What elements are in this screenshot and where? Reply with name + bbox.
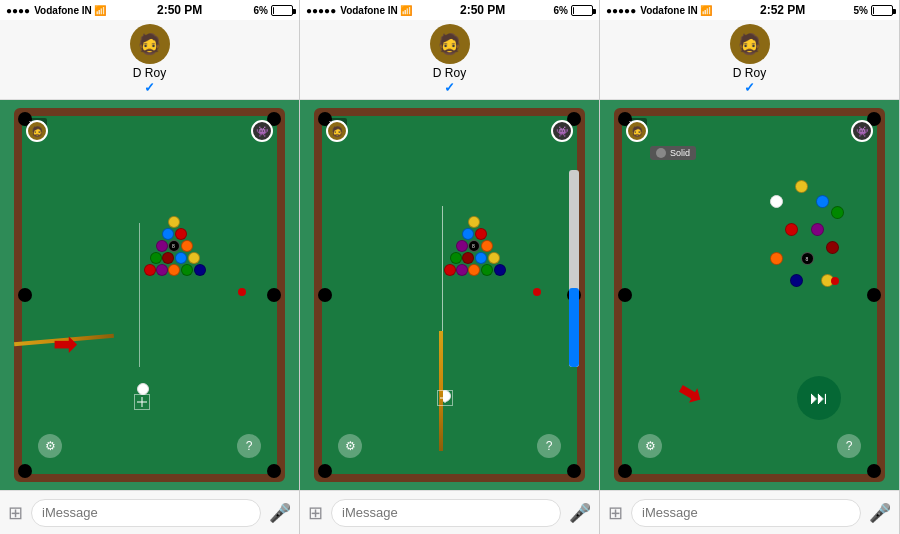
pocket-br-1	[267, 464, 281, 478]
opponent-avatar-1: 👾	[251, 120, 273, 142]
red-ball-3	[831, 277, 839, 285]
game-area-3: You 🧔 👾 Solid 8	[600, 100, 899, 490]
carrier-1: ●●●●	[6, 5, 30, 16]
battery-pct-1: 6%	[254, 5, 268, 16]
mic-button-2[interactable]: 🎤	[569, 502, 591, 524]
battery-pct-3: 5%	[854, 5, 868, 16]
message-input-3[interactable]	[631, 499, 861, 527]
red-ball-2	[533, 288, 541, 296]
carrier-2: ●●●●●	[306, 5, 336, 16]
contact-name-1: D Roy	[133, 66, 166, 80]
pocket-bl-3	[618, 464, 632, 478]
time-3: 2:52 PM	[760, 3, 805, 17]
status-right-1: 6%	[254, 5, 293, 16]
pocket-ml-3	[618, 288, 632, 302]
pocket-ml-2	[318, 288, 332, 302]
carrier-name-1: Vodafone IN	[34, 5, 92, 16]
pocket-br-3	[867, 464, 881, 478]
time-2: 2:50 PM	[460, 3, 505, 17]
chevron-1[interactable]: ✓	[144, 80, 155, 95]
bottom-bar-3: ⊞ 🎤	[600, 490, 899, 534]
carrier-name-3: Vodafone IN	[640, 5, 698, 16]
battery-icon-3	[871, 5, 893, 16]
play-pause-btn-3[interactable]: ⏭	[797, 376, 841, 420]
bottom-bar-1: ⊞ 🎤	[0, 490, 299, 534]
chevron-2[interactable]: ✓	[444, 80, 455, 95]
target-marker-1	[134, 394, 150, 410]
panel-1: ●●●● Vodafone IN 📶 2:50 PM 6% 🧔 D Roy ✓	[0, 0, 300, 534]
solid-badge-3: Solid	[650, 146, 696, 160]
wifi-icon-2: 📶	[400, 5, 412, 16]
arrow-3: ➡	[671, 373, 707, 413]
carrier-name-2: Vodafone IN	[340, 5, 398, 16]
player-avatar-1: 🧔	[26, 120, 48, 142]
status-bar-3: ●●●●● Vodafone IN 📶 2:52 PM 5%	[600, 0, 899, 20]
contact-name-3: D Roy	[733, 66, 766, 80]
contact-name-2: D Roy	[433, 66, 466, 80]
battery-pct-2: 6%	[554, 5, 568, 16]
gear-icon-2[interactable]: ⚙	[338, 434, 362, 458]
bottom-bar-2: ⊞ 🎤	[300, 490, 599, 534]
status-left-1: ●●●● Vodafone IN 📶	[6, 5, 106, 16]
header-1: 🧔 D Roy ✓	[0, 20, 299, 100]
help-icon-3[interactable]: ?	[837, 434, 861, 458]
mic-button-1[interactable]: 🎤	[269, 502, 291, 524]
wifi-icon-1: 📶	[94, 5, 106, 16]
status-right-3: 5%	[854, 5, 893, 16]
opponent-avatar-3: 👾	[851, 120, 873, 142]
pocket-bl-1	[18, 464, 32, 478]
carrier-3: ●●●●●	[606, 5, 636, 16]
solid-label-3: Solid	[670, 148, 690, 158]
pocket-br-2	[567, 464, 581, 478]
battery-icon-2	[571, 5, 593, 16]
status-left-3: ●●●●● Vodafone IN 📶	[606, 5, 712, 16]
help-icon-1[interactable]: ?	[237, 434, 261, 458]
pool-table-1[interactable]: You 🧔 👾 8	[14, 108, 285, 482]
player-avatar-2: 🧔	[326, 120, 348, 142]
message-input-1[interactable]	[31, 499, 261, 527]
apps-button-3[interactable]: ⊞	[608, 502, 623, 524]
opponent-avatar-2: 👾	[551, 120, 573, 142]
status-right-2: 6%	[554, 5, 593, 16]
gear-icon-3[interactable]: ⚙	[638, 434, 662, 458]
game-area-1: You 🧔 👾 8	[0, 100, 299, 490]
guide-line-1	[139, 223, 140, 366]
pool-table-3[interactable]: You 🧔 👾 Solid 8	[614, 108, 885, 482]
game-area-2: You 🧔 👾 8	[300, 100, 599, 490]
header-2: 🧔 D Roy ✓	[300, 20, 599, 100]
panel-2: ●●●●● Vodafone IN 📶 2:50 PM 6% 🧔 D Roy ✓	[300, 0, 600, 534]
apps-button-1[interactable]: ⊞	[8, 502, 23, 524]
wifi-icon-3: 📶	[700, 5, 712, 16]
red-ball-1	[238, 288, 246, 296]
status-bar-2: ●●●●● Vodafone IN 📶 2:50 PM 6%	[300, 0, 599, 20]
avatar-2[interactable]: 🧔	[430, 24, 470, 64]
panel-3: ●●●●● Vodafone IN 📶 2:52 PM 5% 🧔 D Roy ✓	[600, 0, 900, 534]
avatar-3[interactable]: 🧔	[730, 24, 770, 64]
pocket-mr-1	[267, 288, 281, 302]
arrow-1: ➡	[53, 331, 76, 359]
player-avatar-3: 🧔	[626, 120, 648, 142]
message-input-2[interactable]	[331, 499, 561, 527]
target-marker-2	[437, 390, 453, 406]
status-bar-1: ●●●● Vodafone IN 📶 2:50 PM 6%	[0, 0, 299, 20]
battery-icon-1	[271, 5, 293, 16]
mic-button-3[interactable]: 🎤	[869, 502, 891, 524]
power-bar-2	[569, 170, 579, 367]
avatar-1[interactable]: 🧔	[130, 24, 170, 64]
pocket-ml-1	[18, 288, 32, 302]
header-3: 🧔 D Roy ✓	[600, 20, 899, 100]
pocket-bl-2	[318, 464, 332, 478]
chevron-3[interactable]: ✓	[744, 80, 755, 95]
pool-table-2[interactable]: You 🧔 👾 8	[314, 108, 585, 482]
pocket-mr-3	[867, 288, 881, 302]
status-left-2: ●●●●● Vodafone IN 📶	[306, 5, 412, 16]
help-icon-2[interactable]: ?	[537, 434, 561, 458]
gear-icon-1[interactable]: ⚙	[38, 434, 62, 458]
apps-button-2[interactable]: ⊞	[308, 502, 323, 524]
time-1: 2:50 PM	[157, 3, 202, 17]
